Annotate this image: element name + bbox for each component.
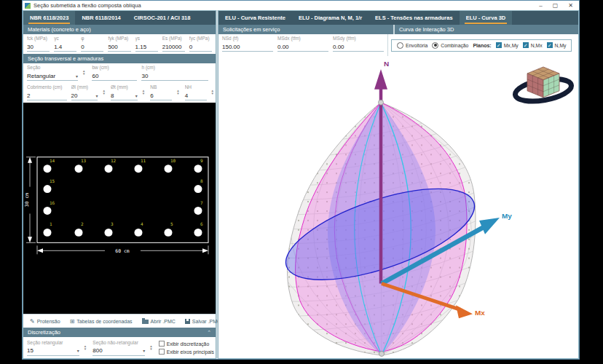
msdy-label: MSdy (tfm) xyxy=(333,36,384,42)
nonrect-discret-select[interactable]: 800▾ xyxy=(92,347,145,356)
cube-icon xyxy=(527,67,559,98)
h-field[interactable]: 30 xyxy=(141,71,208,81)
svg-text:11: 11 xyxy=(141,158,146,163)
checkbox-icon: ✓ xyxy=(547,42,553,48)
fyk-label: fyk (MPa) xyxy=(108,36,130,42)
save-pmc-button[interactable]: Salvar .PMC xyxy=(185,319,221,324)
show-discretization-checkbox[interactable]: ✓ Exibir discretização xyxy=(159,341,214,347)
discretization-content: Seção retangular 15▾ ▲▼ Seção não-retang… xyxy=(23,337,216,358)
es-field[interactable]: 210000 xyxy=(162,42,185,52)
shape-spinner[interactable]: ▲▼ xyxy=(82,65,85,81)
section-row-1: Seção Retangular▾ ▲▼ bw (cm) 60 h (cm) 3… xyxy=(23,63,216,83)
fck-label: fck (MPa) xyxy=(27,36,50,42)
tab-diagrama-nm1r[interactable]: ELU - Diagrama N, M, 1/r xyxy=(292,11,368,25)
gamma-c-label: γc xyxy=(54,36,76,42)
nsd-field[interactable]: 150.00 xyxy=(222,42,273,52)
svg-text:7: 7 xyxy=(200,200,203,205)
cover-field[interactable]: 2 xyxy=(27,91,67,100)
cross-section-viewport[interactable]: 1 2 3 4 5 6 7 8 9 10 11 12 13 14 xyxy=(23,103,216,314)
minimize-button[interactable]: – xyxy=(539,2,542,9)
diam-t-select[interactable]: 8▾ xyxy=(111,91,138,100)
section-row-2: Cobrimento (cm) 2 Øl (mm) 20▾ ▲▼ Øt (mm)… xyxy=(23,83,216,103)
chevron-down-icon: ▾ xyxy=(95,93,98,98)
svg-text:14: 14 xyxy=(50,158,55,163)
collapse-chevron-icon[interactable]: ⌃ xyxy=(207,330,211,336)
fyc-field[interactable]: 0 xyxy=(189,42,212,52)
plane-nmy-checkbox[interactable]: ✓ N,My xyxy=(547,42,567,48)
fck-field[interactable]: 30 xyxy=(27,42,50,52)
loads-fields: NSd (tf) 150.00 MSdx (tfm) 0.00 MSdy (tf… xyxy=(218,34,388,56)
msdy-field[interactable]: 0.00 xyxy=(333,42,384,52)
apex-node xyxy=(379,100,384,105)
close-button[interactable]: ✕ xyxy=(568,2,573,9)
tab-curva-resistente[interactable]: ELU - Curva Resistente xyxy=(218,11,292,25)
curve3d-header: Curva de Interação 3D xyxy=(395,25,578,34)
plane-mxmy-checkbox[interactable]: ✓ Mx,My xyxy=(496,42,519,48)
gamma-s-label: γs xyxy=(135,36,158,42)
diam-t-spinner[interactable]: ▲▼ xyxy=(142,84,145,100)
app-window: Seção submetida a flexão composta oblíqu… xyxy=(22,0,580,360)
shape-select[interactable]: Retangular▾ xyxy=(27,71,78,81)
open-pmc-button[interactable]: Abrir .PMC xyxy=(142,318,176,324)
bw-label: bw (cm) xyxy=(92,65,137,71)
svg-text:5: 5 xyxy=(170,221,173,226)
view-cube-widget[interactable] xyxy=(513,67,573,105)
svg-text:9: 9 xyxy=(200,158,203,163)
nonrect-discret-label: Seção não-retangular xyxy=(92,340,145,347)
plane-nmx-checkbox[interactable]: ✓ N,Mx xyxy=(523,42,543,48)
bottom-node xyxy=(379,352,385,357)
envoltoria-radio[interactable]: Envoltória xyxy=(397,42,427,49)
svg-text:3: 3 xyxy=(111,221,114,226)
nh-spinner[interactable]: ▲▼ xyxy=(211,84,214,100)
nh-label: NH xyxy=(185,84,207,91)
save-icon xyxy=(185,319,190,324)
radio-icon xyxy=(397,42,403,49)
msdx-field[interactable]: 0.00 xyxy=(277,42,328,52)
interaction-surface-3d-viewport[interactable]: N My Mx xyxy=(218,56,578,358)
mx-axis-label: Mx xyxy=(475,309,485,317)
window-title: Seção submetida a flexão composta oblíqu… xyxy=(34,2,539,9)
maximize-button[interactable]: ▢ xyxy=(553,2,559,9)
discretization-header[interactable]: Discretização ⌃ xyxy=(23,328,216,337)
phi-field[interactable]: 0 xyxy=(81,42,103,52)
bw-field[interactable]: 60 xyxy=(92,71,137,81)
shape-label: Seção xyxy=(27,65,78,71)
tab-nbr-2023[interactable]: NBR 6118/2023 xyxy=(23,11,75,25)
n-axis-label: N xyxy=(384,60,389,68)
tab-nbr-2014[interactable]: NBR 6118/2014 xyxy=(75,11,127,25)
section-outline xyxy=(37,157,208,243)
diam-l-spinner[interactable]: ▲▼ xyxy=(102,84,105,100)
checkbox-icon: ✓ xyxy=(159,349,165,355)
curve3d-options: Envoltória Combinação Planos: ✓ Mx,My ✓ … xyxy=(388,34,578,56)
gamma-s-field[interactable]: 1.15 xyxy=(135,42,158,52)
file-actions: ✎Protensão ⊞Tabelas de coordenadas Abrir… xyxy=(23,314,216,328)
nb-field[interactable]: 6 xyxy=(150,91,172,100)
tab-cirsoc-aci[interactable]: CIRSOC-201 / ACI 318 xyxy=(127,11,197,25)
loads-and-options: NSd (tf) 150.00 MSdx (tfm) 0.00 MSdy (tf… xyxy=(218,34,578,56)
checkbox-icon: ✓ xyxy=(496,42,502,48)
nb-spinner[interactable]: ▲▼ xyxy=(176,84,179,100)
diam-l-select[interactable]: 20▾ xyxy=(71,91,98,100)
rect-discret-spinner[interactable]: ▲▼ xyxy=(84,345,87,351)
combinacao-radio[interactable]: Combinação xyxy=(432,42,468,49)
nh-field[interactable]: 4 xyxy=(185,91,207,100)
h-label: h (cm) xyxy=(141,65,208,71)
es-label: Es (MPa) xyxy=(162,36,185,42)
cover-label: Cobrimento (cm) xyxy=(27,84,67,91)
pencil-icon: ✎ xyxy=(30,318,35,325)
rect-discret-select[interactable]: 15▾ xyxy=(27,347,79,356)
chevron-down-icon: ▾ xyxy=(76,74,78,79)
title-bar: Seção submetida a flexão composta oblíqu… xyxy=(23,1,579,10)
loads-header: Solicitações em serviço xyxy=(218,25,393,34)
tab-curva-3d[interactable]: ELU - Curva 3D xyxy=(460,11,513,25)
nb-label: NB xyxy=(150,84,172,91)
svg-text:10: 10 xyxy=(170,158,176,163)
show-principal-axes-checkbox[interactable]: ✓ Exibir eixos principais xyxy=(159,349,214,355)
tab-tensoes-armaduras[interactable]: ELS - Tensões nas armaduras xyxy=(368,11,460,25)
nsd-label: NSd (tf) xyxy=(222,36,273,42)
nonrect-discret-spinner[interactable]: ▲▼ xyxy=(149,345,152,351)
protensao-button[interactable]: ✎Protensão xyxy=(30,318,60,325)
coordinates-table-button[interactable]: ⊞Tabelas de coordenadas xyxy=(70,318,133,325)
gamma-c-field[interactable]: 1.4 xyxy=(54,42,76,52)
fyk-field[interactable]: 500 xyxy=(108,42,130,52)
